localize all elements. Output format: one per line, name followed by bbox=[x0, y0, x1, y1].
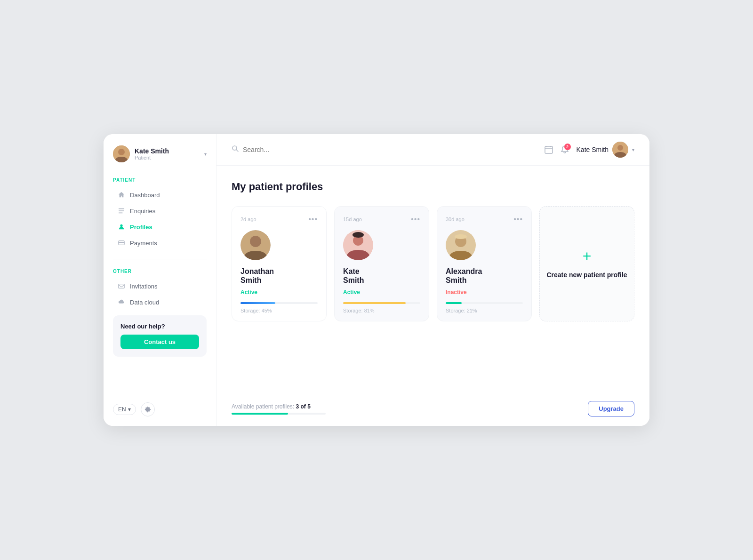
person-icon bbox=[118, 223, 125, 231]
more-options-icon[interactable]: ••• bbox=[411, 215, 420, 224]
footer-bar: Available patient profiles: 3 of 5 Upgra… bbox=[216, 393, 649, 426]
svg-rect-11 bbox=[545, 146, 553, 153]
svg-rect-4 bbox=[119, 213, 123, 214]
storage-text-jonathan: Storage: 45% bbox=[240, 308, 318, 313]
profile-card-jonathan[interactable]: 2d ago ••• JonathanSmith Active bbox=[232, 206, 327, 321]
card-header: 2d ago ••• bbox=[240, 215, 318, 224]
storage-bar-kate bbox=[343, 302, 406, 304]
chevron-down-icon: ▾ bbox=[204, 152, 207, 157]
search-bar bbox=[232, 145, 537, 154]
create-new-profile-card[interactable]: + Create new patient profile bbox=[539, 206, 634, 321]
invite-icon bbox=[118, 282, 125, 290]
cloud-icon bbox=[118, 298, 125, 306]
availability-bar-wrap bbox=[232, 413, 326, 415]
more-options-icon[interactable]: ••• bbox=[513, 215, 523, 224]
sidebar-item-profiles-label: Profiles bbox=[130, 224, 152, 231]
patient-section-label: PATIENT bbox=[113, 177, 207, 183]
sidebar-user-name: Kate Smith bbox=[135, 147, 200, 155]
page-content: My patient profiles 2d ago ••• bbox=[216, 166, 649, 382]
profile-name-kate: KateSmith bbox=[343, 267, 420, 285]
sidebar-item-enquiries[interactable]: Enquiries bbox=[113, 203, 207, 218]
sidebar-item-dashboard[interactable]: Dashboard bbox=[113, 187, 207, 202]
storage-bar-jonathan bbox=[240, 302, 275, 304]
notifications-button[interactable]: 2 bbox=[561, 145, 569, 154]
sidebar-user-info: Kate Smith Patient bbox=[135, 147, 200, 160]
storage-text-kate: Storage: 81% bbox=[343, 308, 420, 313]
profile-avatar-alexandra bbox=[446, 230, 476, 260]
profile-name-jonathan: JonathanSmith bbox=[240, 267, 318, 285]
sidebar-item-dashboard-label: Dashboard bbox=[130, 192, 160, 199]
notification-badge: 2 bbox=[564, 144, 571, 150]
sidebar-item-datacloud-label: Data cloud bbox=[130, 299, 159, 306]
create-new-label: Create new patient profile bbox=[546, 271, 627, 280]
header-user-name: Kate Smith bbox=[577, 146, 609, 153]
profile-avatar-jonathan bbox=[240, 230, 271, 260]
card-time: 2d ago bbox=[240, 216, 256, 222]
header-avatar bbox=[612, 142, 628, 158]
availability-bar bbox=[232, 413, 288, 415]
home-icon bbox=[118, 191, 125, 199]
profiles-grid: 2d ago ••• JonathanSmith Active bbox=[232, 206, 634, 321]
status-badge-kate: Active bbox=[343, 289, 360, 296]
svg-point-5 bbox=[120, 224, 122, 227]
sidebar-item-invitations[interactable]: Invitations bbox=[113, 279, 207, 294]
main-content: 2 Kate Smith ▾ My patient profi bbox=[216, 134, 649, 426]
svg-point-18 bbox=[250, 236, 261, 247]
storage-bar-alexandra bbox=[446, 302, 462, 304]
card-header: 15d ago ••• bbox=[343, 215, 420, 224]
sidebar-item-profiles[interactable]: Profiles bbox=[113, 219, 207, 234]
availability-text: Available patient profiles: 3 of 5 bbox=[232, 403, 326, 410]
contact-us-button[interactable]: Contact us bbox=[120, 335, 199, 349]
card-time: 30d ago bbox=[446, 216, 465, 222]
language-label: EN bbox=[118, 406, 126, 413]
card-header: 30d ago ••• bbox=[446, 215, 523, 224]
svg-line-10 bbox=[236, 150, 238, 152]
header-actions: 2 Kate Smith ▾ bbox=[545, 142, 634, 158]
svg-point-21 bbox=[352, 232, 364, 238]
status-badge-alexandra: Inactive bbox=[446, 289, 467, 296]
search-icon bbox=[232, 145, 239, 154]
sidebar-footer: EN ▾ bbox=[113, 402, 207, 416]
sidebar-divider bbox=[113, 259, 207, 259]
chevron-down-icon: ▾ bbox=[632, 147, 634, 152]
header-user[interactable]: Kate Smith ▾ bbox=[577, 142, 634, 158]
sidebar-item-invitations-label: Invitations bbox=[130, 283, 158, 290]
sidebar-user-role: Patient bbox=[135, 155, 200, 160]
svg-rect-7 bbox=[119, 242, 124, 243]
svg-rect-8 bbox=[119, 284, 124, 288]
more-options-icon[interactable]: ••• bbox=[308, 215, 318, 224]
header: 2 Kate Smith ▾ bbox=[216, 134, 649, 166]
card-time: 15d ago bbox=[343, 216, 362, 222]
card-icon bbox=[118, 239, 125, 247]
sidebar-item-payments[interactable]: Payments bbox=[113, 235, 207, 250]
search-input[interactable] bbox=[243, 146, 537, 153]
plus-icon: + bbox=[583, 248, 592, 265]
avatar bbox=[113, 145, 130, 162]
language-selector[interactable]: EN ▾ bbox=[113, 404, 136, 415]
sidebar-item-enquiries-label: Enquiries bbox=[130, 208, 155, 215]
app-container: Kate Smith Patient ▾ PATIENT Dashboard E… bbox=[104, 134, 649, 426]
status-badge-jonathan: Active bbox=[240, 289, 257, 296]
chevron-down-icon: ▾ bbox=[128, 406, 131, 413]
profile-name-alexandra: AlexandraSmith bbox=[446, 267, 523, 285]
upgrade-button[interactable]: Upgrade bbox=[588, 401, 634, 416]
help-box: Need our help? Contact us bbox=[113, 315, 207, 357]
help-text: Need our help? bbox=[120, 323, 199, 330]
svg-rect-3 bbox=[119, 210, 124, 211]
page-title: My patient profiles bbox=[232, 181, 634, 193]
other-section-label: OTHER bbox=[113, 269, 207, 274]
storage-bar-wrap bbox=[240, 302, 318, 304]
storage-bar-wrap bbox=[446, 302, 523, 304]
profile-avatar-kate bbox=[343, 230, 373, 260]
svg-rect-2 bbox=[119, 208, 124, 209]
sidebar: Kate Smith Patient ▾ PATIENT Dashboard E… bbox=[104, 134, 216, 426]
profile-availability: Available patient profiles: 3 of 5 bbox=[232, 403, 326, 415]
sidebar-item-datacloud[interactable]: Data cloud bbox=[113, 295, 207, 310]
profile-card-alexandra[interactable]: 30d ago ••• AlexandraSmith Inactive bbox=[437, 206, 532, 321]
settings-button[interactable] bbox=[141, 402, 155, 416]
storage-bar-wrap bbox=[343, 302, 420, 304]
sidebar-user[interactable]: Kate Smith Patient ▾ bbox=[113, 145, 207, 162]
svg-point-1 bbox=[118, 149, 125, 155]
profile-card-kate[interactable]: 15d ago ••• KateSmith Active bbox=[334, 206, 429, 321]
calendar-button[interactable] bbox=[545, 145, 553, 154]
